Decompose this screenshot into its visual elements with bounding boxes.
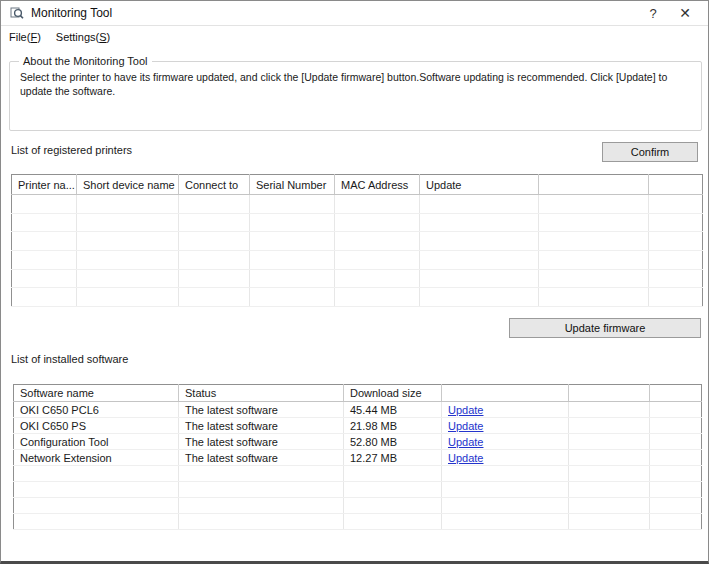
- col-empty-1[interactable]: [539, 175, 649, 195]
- col-empty-3[interactable]: [650, 385, 702, 402]
- software-row: OKI C650 PS The latest software 21.98 MB…: [14, 418, 702, 434]
- menu-bar: File(F) Settings(S): [2, 27, 707, 47]
- software-empty-row: [14, 482, 702, 498]
- update-link[interactable]: Update: [448, 436, 483, 448]
- software-size: 21.98 MB: [344, 418, 442, 434]
- software-size: 52.80 MB: [344, 434, 442, 450]
- software-row: Configuration Tool The latest software 5…: [14, 434, 702, 450]
- software-header-row: Software name Status Download size: [14, 385, 702, 402]
- col-status[interactable]: Status: [179, 385, 344, 402]
- col-connect-to[interactable]: Connect to: [179, 175, 250, 195]
- update-link[interactable]: Update: [448, 404, 483, 416]
- printers-empty-row: [12, 213, 703, 232]
- col-software-name[interactable]: Software name: [14, 385, 179, 402]
- software-size: 45.44 MB: [344, 402, 442, 418]
- software-name: Network Extension: [14, 450, 179, 466]
- software-row: Network Extension The latest software 12…: [14, 450, 702, 466]
- close-button[interactable]: ✕: [670, 2, 700, 24]
- software-name: Configuration Tool: [14, 434, 179, 450]
- menu-settings[interactable]: Settings(S): [49, 28, 118, 46]
- software-empty-row: [14, 498, 702, 514]
- app-magnifier-icon[interactable]: [10, 6, 24, 20]
- help-button[interactable]: ?: [638, 2, 668, 24]
- update-link[interactable]: Update: [448, 420, 483, 432]
- about-groupbox: About the Monitoring Tool Select the pri…: [9, 61, 702, 131]
- col-empty-2[interactable]: [649, 175, 703, 195]
- registered-printers-table: Printer na... Short device name Connect …: [11, 174, 703, 307]
- col-mac-address[interactable]: MAC Address: [335, 175, 420, 195]
- printers-empty-row: [12, 251, 703, 270]
- installed-software-table: Software name Status Download size OKI C…: [13, 384, 702, 530]
- software-status: The latest software: [179, 402, 344, 418]
- software-status: The latest software: [179, 450, 344, 466]
- software-status: The latest software: [179, 418, 344, 434]
- printers-header-row: Printer na... Short device name Connect …: [12, 175, 703, 195]
- printers-empty-row: [12, 269, 703, 288]
- confirm-button[interactable]: Confirm: [602, 142, 698, 162]
- col-empty-1[interactable]: [442, 385, 569, 402]
- software-name: OKI C650 PS: [14, 418, 179, 434]
- col-short-device-name[interactable]: Short device name: [77, 175, 179, 195]
- window-title: Monitoring Tool: [31, 6, 112, 20]
- printers-empty-row: [12, 288, 703, 307]
- software-empty-row: [14, 514, 702, 530]
- monitoring-tool-window: Monitoring Tool ? ✕ File(F) Settings(S) …: [0, 0, 709, 564]
- software-row: OKI C650 PCL6 The latest software 45.44 …: [14, 402, 702, 418]
- software-size: 12.27 MB: [344, 450, 442, 466]
- col-serial-number[interactable]: Serial Number: [250, 175, 335, 195]
- menu-file[interactable]: File(F): [2, 28, 49, 46]
- about-description: Select the printer to have its firmware …: [10, 62, 701, 98]
- col-empty-2[interactable]: [569, 385, 650, 402]
- installed-software-label: List of installed software: [11, 353, 128, 365]
- title-bar: Monitoring Tool ? ✕: [1, 1, 708, 26]
- update-firmware-button[interactable]: Update firmware: [509, 318, 701, 338]
- software-empty-row: [14, 466, 702, 482]
- registered-printers-label: List of registered printers: [11, 144, 132, 156]
- software-name: OKI C650 PCL6: [14, 402, 179, 418]
- printers-empty-row: [12, 232, 703, 251]
- about-legend: About the Monitoring Tool: [19, 55, 152, 67]
- software-status: The latest software: [179, 434, 344, 450]
- printers-empty-row: [12, 195, 703, 214]
- col-download-size[interactable]: Download size: [344, 385, 442, 402]
- update-link[interactable]: Update: [448, 452, 483, 464]
- col-update[interactable]: Update: [420, 175, 539, 195]
- col-printer-name[interactable]: Printer na...: [12, 175, 77, 195]
